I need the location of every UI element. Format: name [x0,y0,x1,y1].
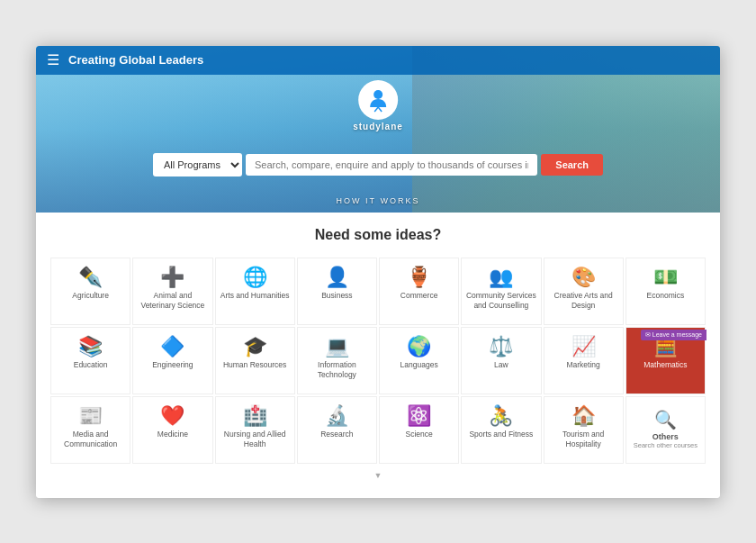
creative-icon: 🎨 [572,267,596,287]
law-label: Law [494,360,508,370]
arts-label: Arts and Humanities [220,291,290,301]
program-select[interactable]: All Programs [153,153,242,176]
law-icon: ⚖️ [489,337,513,357]
cat-medicine[interactable]: ❤️ Medicine [132,396,212,464]
cat-education[interactable]: 📚 Education [50,327,130,394]
cat-media[interactable]: 📰 Media and Communication [50,396,130,464]
hr-icon: 🎓 [243,337,267,357]
tourism-label: Tourism and Hospitality [548,430,619,449]
cat-others[interactable]: 🔍 Others Search other courses [626,396,706,464]
animal-label: Animal and Veterinary Science [137,291,208,311]
media-icon: 📰 [78,406,103,426]
cat-nursing[interactable]: 🏥 Nursing and Allied Health [215,396,295,464]
cat-arts[interactable]: 🌐 Arts and Humanities [215,258,295,325]
cat-business[interactable]: 👤 Business [297,258,377,325]
others-sub-label: Search other courses [634,441,698,449]
science-icon: ⚛️ [407,406,431,426]
education-icon: 📚 [78,337,103,357]
cat-research[interactable]: 🔬 Research [297,396,377,464]
sports-label: Sports and Fitness [469,430,533,439]
search-button[interactable]: Search [541,154,603,176]
logo-circle[interactable] [358,80,398,120]
cat-animal[interactable]: ➕ Animal and Veterinary Science [132,258,212,325]
commerce-icon: 🏺 [407,267,431,287]
svg-point-0 [374,90,382,99]
cat-creative[interactable]: 🎨 Creative Arts and Design [544,258,624,325]
community-icon: 👥 [489,267,513,287]
svg-line-2 [378,107,382,112]
cat-it[interactable]: 💻 Information Technology [297,327,377,394]
medicine-icon: ❤️ [160,406,184,426]
agriculture-label: Agriculture [72,291,109,301]
main-content: Need some ideas? ✒️ Agriculture ➕ Animal… [36,213,720,498]
nursing-label: Nursing and Allied Health [220,430,291,449]
cat-hr[interactable]: 🎓 Human Resources [215,327,295,394]
cat-languages[interactable]: 🌍 Languages [379,327,459,394]
hero-logo-area: studylane [353,80,403,131]
cat-engineering[interactable]: 🔷 Engineering [132,327,212,394]
footer-note: ▼ [50,464,706,484]
agriculture-icon: ✒️ [78,267,103,287]
it-icon: 💻 [325,337,349,357]
languages-icon: 🌍 [407,337,431,357]
cat-tourism[interactable]: 🏠 Tourism and Hospitality [544,396,624,464]
cat-community[interactable]: 👥 Community Services and Counselling [461,258,541,325]
research-icon: 🔬 [325,406,349,426]
section-title: Need some ideas? [50,227,706,243]
categories-row-2: 📚 Education 🔷 Engineering 🎓 Human Resour… [50,327,706,394]
navigation-bar: ☰ Creating Global Leaders [36,46,720,75]
business-label: Business [321,291,353,301]
cat-mathematics[interactable]: ✉ Leave a message 🧮 Mathematics [626,327,706,394]
animal-icon: ➕ [160,267,184,287]
svg-line-1 [374,107,378,112]
research-label: Research [320,430,353,439]
categories-row-1: ✒️ Agriculture ➕ Animal and Veterinary S… [50,258,706,325]
creative-label: Creative Arts and Design [548,291,619,311]
cat-marketing[interactable]: 📈 Marketing [544,327,624,394]
medicine-label: Medicine [158,430,188,439]
others-label: Others [652,432,679,441]
languages-label: Languages [400,360,438,370]
hero-section: ☰ Creating Global Leaders studylane All … [36,46,720,213]
cat-law[interactable]: ⚖️ Law [461,327,541,394]
business-icon: 👤 [325,267,349,287]
media-label: Media and Communication [55,430,126,449]
community-label: Community Services and Counselling [465,291,536,311]
cat-sports[interactable]: 🚴 Sports and Fitness [461,396,541,464]
hr-label: Human Resources [223,360,286,370]
others-icon: 🔍 [654,411,677,429]
science-label: Science [406,430,433,439]
site-title: Creating Global Leaders [68,53,203,67]
it-label: Information Technology [302,360,373,380]
tourism-icon: 🏠 [572,406,596,426]
search-bar: All Programs Search [153,153,603,176]
search-input[interactable] [246,154,537,176]
sports-icon: 🚴 [489,406,513,426]
browser-frame: ☰ Creating Global Leaders studylane All … [36,46,720,498]
education-label: Education [74,360,108,370]
cat-agriculture[interactable]: ✒️ Agriculture [50,258,130,325]
how-it-works-link[interactable]: HOW IT WORKS [337,196,420,205]
marketing-label: Marketing [566,360,599,370]
logo-icon [365,87,391,113]
mathematics-label: Mathematics [644,360,687,370]
cat-commerce[interactable]: 🏺 Commerce [379,258,459,325]
commerce-label: Commerce [400,291,438,301]
cat-science[interactable]: ⚛️ Science [379,396,459,464]
nursing-icon: 🏥 [243,406,267,426]
categories-row-3: 📰 Media and Communication ❤️ Medicine 🏥 … [50,396,706,464]
cat-economics[interactable]: 💵 Economics [626,258,706,325]
hamburger-icon[interactable]: ☰ [47,51,59,68]
economics-label: Economics [647,291,685,301]
arts-icon: 🌐 [243,267,267,287]
engineering-label: Engineering [152,360,193,370]
leave-message-tab[interactable]: ✉ Leave a message [641,330,706,340]
logo-text: studylane [353,122,403,131]
economics-icon: 💵 [653,267,678,287]
marketing-icon: 📈 [572,337,596,357]
engineering-icon: 🔷 [160,337,184,357]
